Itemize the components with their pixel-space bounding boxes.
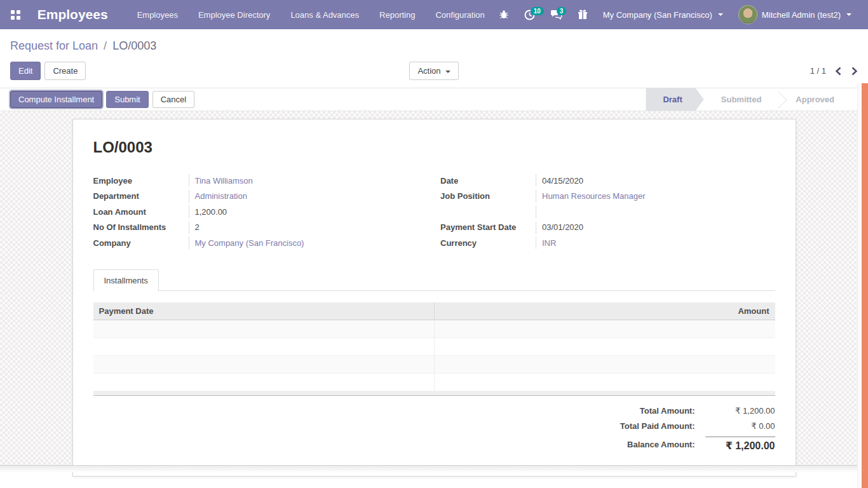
- field-value-link[interactable]: Administration: [189, 190, 428, 203]
- menu-loans-advances[interactable]: Loans & Advances: [283, 5, 367, 25]
- breadcrumb-current: LO/0003: [112, 39, 156, 52]
- create-button[interactable]: Create: [44, 62, 86, 80]
- breadcrumb-parent-link[interactable]: Request for Loan: [10, 39, 98, 52]
- pager-value: 1 / 1: [810, 66, 826, 76]
- user-menu[interactable]: Mitchell Admin (test2): [732, 1, 858, 28]
- field-date: Date 04/15/2020: [440, 173, 775, 189]
- scrollbar-thumb[interactable]: [862, 83, 868, 488]
- status-step-submitted[interactable]: Submitted: [704, 88, 779, 111]
- activity-clock-icon[interactable]: 10: [518, 6, 541, 24]
- field-job-position: Job Position Human Resources Manager: [440, 189, 775, 205]
- status-step-approved[interactable]: Approved: [778, 88, 851, 111]
- gift-icon[interactable]: [571, 6, 594, 24]
- total-paid-amount-label: Total Paid Amount:: [572, 421, 705, 431]
- field-value-link[interactable]: INR: [536, 236, 775, 249]
- menu-configuration[interactable]: Configuration: [428, 5, 492, 25]
- field-label: Currency: [440, 238, 536, 248]
- status-step-draft[interactable]: Draft: [646, 88, 703, 111]
- breadcrumb: Request for Loan / LO/0003: [10, 39, 858, 53]
- form-view-background: LO/0003 Employee Tina Williamson Departm…: [0, 111, 868, 472]
- chevron-down-icon: [846, 13, 851, 16]
- activity-count-badge: 10: [531, 7, 544, 15]
- submit-button[interactable]: Submit: [106, 91, 148, 108]
- table-footer: [93, 391, 775, 396]
- status-steps: Draft Submitted Approved: [646, 88, 851, 111]
- form-statusbar: Compute Installment Submit Cancel Draft …: [0, 88, 868, 111]
- company-switcher[interactable]: My Company (San Francisco): [597, 6, 729, 24]
- pager-previous-icon[interactable]: [835, 67, 842, 76]
- message-count-badge: 3: [557, 7, 567, 15]
- field-employee: Employee Tina Williamson: [93, 173, 428, 189]
- bottom-edge-strip: [0, 465, 868, 472]
- total-amount-label: Total Amount:: [572, 406, 705, 416]
- table-row[interactable]: [93, 374, 775, 391]
- user-name: Mitchell Admin (test2): [762, 10, 841, 20]
- control-panel-row: Edit Create Action 1 / 1: [10, 62, 858, 80]
- field-group-left: Employee Tina Williamson Department Admi…: [93, 173, 428, 251]
- apps-menu-icon[interactable]: [5, 4, 26, 25]
- debug-bug-icon[interactable]: [492, 6, 515, 24]
- systray: 10 3 My Company (San Francisco) Mitchell…: [492, 1, 858, 28]
- cp-buttons: Edit Create: [10, 62, 409, 80]
- table-row[interactable]: [93, 338, 775, 356]
- messages-chat-icon[interactable]: 3: [544, 6, 569, 24]
- field-value: 2: [189, 221, 428, 234]
- field-value-link[interactable]: Human Resources Manager: [536, 190, 775, 203]
- field-payment-start-date: Payment Start Date 03/01/2020: [440, 220, 775, 236]
- cp-center: Action: [409, 62, 458, 80]
- field-group: Employee Tina Williamson Department Admi…: [93, 173, 775, 251]
- installments-table: Payment Date Amount: [93, 302, 775, 392]
- menu-employees[interactable]: Employees: [130, 5, 186, 25]
- action-label: Action: [417, 66, 440, 76]
- field-label: Company: [93, 238, 189, 248]
- edit-button[interactable]: Edit: [10, 62, 41, 80]
- column-amount[interactable]: Amount: [434, 302, 775, 320]
- form-sheet: LO/0003 Employee Tina Williamson Departm…: [72, 119, 796, 477]
- field-label: Job Position: [440, 191, 536, 201]
- total-amount-value: ₹ 1,200.00: [705, 406, 775, 416]
- total-paid-amount-value: ₹ 0.00: [705, 421, 775, 431]
- pager-next-icon[interactable]: [851, 67, 858, 76]
- breadcrumb-separator: /: [101, 39, 109, 52]
- tab-installments[interactable]: Installments: [93, 269, 159, 291]
- table-row[interactable]: [93, 320, 775, 338]
- compute-installment-button[interactable]: Compute Installment: [10, 91, 102, 108]
- field-label: Department: [93, 191, 189, 201]
- field-group-right: Date 04/15/2020 Job Position Human Resou…: [440, 173, 775, 251]
- field-department: Department Administration: [93, 189, 428, 205]
- record-title: LO/0003: [93, 139, 775, 156]
- column-payment-date[interactable]: Payment Date: [93, 302, 435, 320]
- field-currency: Currency INR: [440, 235, 775, 251]
- chevron-down-icon: [445, 71, 451, 73]
- field-label: Payment Start Date: [440, 222, 536, 232]
- field-label: No Of Installments: [93, 222, 189, 232]
- scrollbar-track[interactable]: [857, 83, 868, 488]
- company-name: My Company (San Francisco): [603, 10, 712, 20]
- app-title[interactable]: Employees: [37, 7, 108, 22]
- field-value: 04/15/2020: [536, 174, 775, 187]
- field-value: 1,200.00: [189, 205, 428, 218]
- field-loan-amount: Loan Amount 1,200.00: [93, 204, 428, 220]
- totals-block: Total Amount: ₹ 1,200.00 Total Paid Amou…: [572, 406, 775, 452]
- field-value-link[interactable]: My Company (San Francisco): [189, 236, 428, 249]
- table-header-row: Payment Date Amount: [93, 302, 775, 320]
- menu-reporting[interactable]: Reporting: [372, 5, 423, 25]
- field-value: 03/01/2020: [536, 221, 775, 234]
- field-empty-row: [440, 204, 775, 220]
- field-value: [536, 205, 775, 218]
- menu-employee-directory[interactable]: Employee Directory: [191, 5, 278, 25]
- control-panel: Request for Loan / LO/0003 Edit Create A…: [0, 29, 868, 88]
- statusbar-buttons: Compute Installment Submit Cancel: [10, 91, 194, 108]
- field-value-link[interactable]: Tina Williamson: [189, 174, 428, 187]
- top-navbar: Employees Employees Employee Directory L…: [0, 0, 868, 29]
- table-row[interactable]: [93, 356, 775, 374]
- user-avatar: [738, 5, 757, 24]
- apps-grid-icon: [11, 10, 20, 20]
- field-label: Employee: [93, 176, 189, 186]
- chevron-down-icon: [718, 13, 723, 16]
- balance-amount-label: Balance Amount:: [572, 440, 705, 449]
- notebook: Installments Payment Date Amount: [93, 269, 775, 396]
- pager: 1 / 1: [459, 66, 858, 76]
- action-dropdown-button[interactable]: Action: [409, 62, 458, 80]
- cancel-button[interactable]: Cancel: [153, 91, 194, 108]
